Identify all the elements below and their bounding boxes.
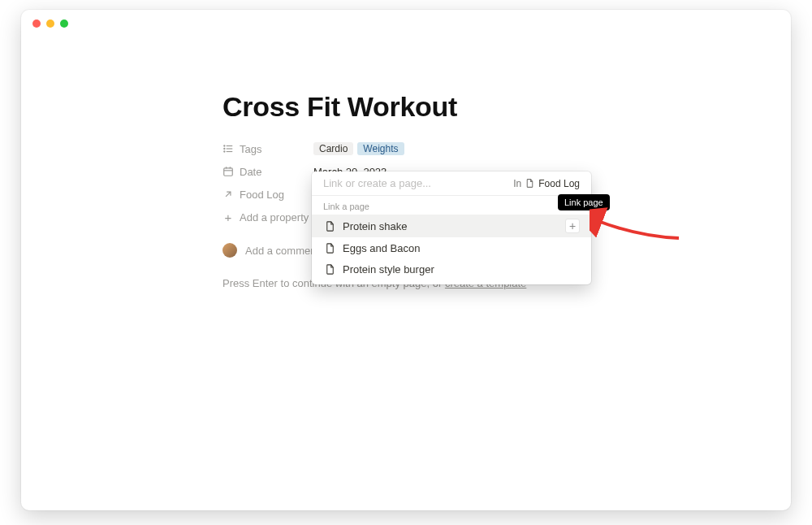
tag-chip[interactable]: Cardio xyxy=(313,142,353,155)
popup-option[interactable]: Protein style burger xyxy=(312,258,591,280)
link-page-popup: In Food Log Link a page Protein shake + xyxy=(312,171,591,284)
popup-option[interactable]: Protein shake + xyxy=(312,215,591,237)
page-icon xyxy=(323,219,336,232)
property-label-date: Date xyxy=(222,166,313,178)
user-avatar xyxy=(222,243,237,258)
page-icon xyxy=(323,241,336,254)
window-minimize-button[interactable] xyxy=(46,20,54,28)
popup-option[interactable]: Eggs and Bacon xyxy=(312,237,591,258)
popup-context: In Food Log xyxy=(513,178,580,189)
link-page-tooltip: Link page xyxy=(558,194,610,210)
svg-point-4 xyxy=(224,148,225,149)
property-label-tags: Tags xyxy=(222,143,313,155)
page-icon xyxy=(525,178,535,189)
svg-point-3 xyxy=(224,145,225,146)
relation-icon xyxy=(222,189,234,200)
page-icon xyxy=(323,262,336,276)
page-title[interactable]: Cross Fit Workout xyxy=(222,91,661,123)
property-name: Date xyxy=(240,166,261,178)
svg-point-5 xyxy=(224,151,225,152)
popup-items: Protein shake + Eggs and Bacon Protein s… xyxy=(312,215,591,284)
list-icon xyxy=(222,143,234,154)
app-window: Cross Fit Workout Tags Cardio Weights xyxy=(21,10,791,510)
plus-icon: + xyxy=(222,211,234,223)
property-name: Tags xyxy=(240,143,261,155)
window-maximize-button[interactable] xyxy=(60,20,68,28)
property-row-tags[interactable]: Tags Cardio Weights xyxy=(222,137,661,160)
popup-section-label: Link a page xyxy=(312,196,591,215)
calendar-icon xyxy=(222,166,234,177)
window-close-button[interactable] xyxy=(32,20,41,28)
property-name: Food Log xyxy=(240,189,284,201)
link-search-input[interactable] xyxy=(323,177,513,189)
window-controls xyxy=(32,20,68,28)
link-page-plus-button[interactable]: + xyxy=(565,219,580,233)
property-label-foodlog: Food Log xyxy=(222,189,313,201)
popup-search-row: In Food Log xyxy=(312,171,591,196)
tag-chip[interactable]: Weights xyxy=(357,142,404,155)
property-value-tags[interactable]: Cardio Weights xyxy=(313,142,661,155)
svg-rect-6 xyxy=(224,168,233,176)
